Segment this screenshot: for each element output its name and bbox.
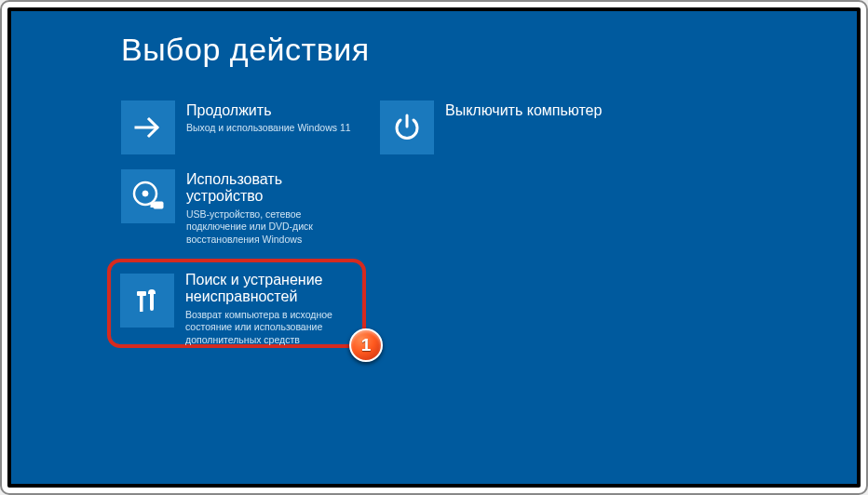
- tile-shutdown-title: Выключить компьютер: [445, 102, 620, 119]
- disc-usb-icon: [121, 169, 175, 223]
- tile-use-device-text: Использовать устройство USB-устройство, …: [175, 169, 361, 246]
- tile-shutdown-text: Выключить компьютер: [434, 100, 620, 122]
- arrow-right-icon: [121, 100, 175, 154]
- tile-continue-text: Продолжить Выход и использование Windows…: [175, 100, 361, 135]
- callout-badge-1: 1: [349, 328, 383, 362]
- tile-row-1: Продолжить Выход и использование Windows…: [121, 100, 680, 156]
- tile-use-device-title: Использовать устройство: [186, 171, 361, 206]
- tile-grid: Продолжить Выход и использование Windows…: [121, 100, 680, 259]
- tile-continue-title: Продолжить: [186, 102, 361, 119]
- screenshot-frame: Выбор действия Продолжить: [0, 0, 868, 495]
- tools-icon: [120, 274, 174, 328]
- tile-use-device[interactable]: Использовать устройство USB-устройство, …: [121, 169, 361, 246]
- svg-rect-6: [140, 295, 143, 312]
- page-title: Выбор действия: [121, 32, 370, 68]
- tile-use-device-desc: USB-устройство, сетевое подключение или …: [186, 208, 361, 246]
- svg-point-3: [142, 191, 148, 196]
- tile-shutdown[interactable]: Выключить компьютер: [380, 100, 620, 156]
- svg-rect-5: [151, 204, 155, 207]
- tile-row-2: Использовать устройство USB-устройство, …: [121, 169, 680, 246]
- winre-screen: Выбор действия Продолжить: [7, 7, 861, 488]
- svg-rect-7: [137, 291, 146, 296]
- tile-troubleshoot-desc: Возврат компьютера в исходное состояние …: [185, 309, 357, 346]
- tile-troubleshoot[interactable]: Поиск и устранение неисправностей Возвра…: [120, 268, 357, 346]
- tile-troubleshoot-text: Поиск и устранение неисправностей Возвра…: [174, 268, 357, 346]
- callout-highlight: Поиск и устранение неисправностей Возвра…: [107, 259, 366, 348]
- tile-continue-desc: Выход и использование Windows 11: [186, 122, 361, 134]
- power-icon: [380, 100, 434, 154]
- tile-continue[interactable]: Продолжить Выход и использование Windows…: [121, 100, 361, 156]
- tile-troubleshoot-title: Поиск и устранение неисправностей: [185, 272, 357, 306]
